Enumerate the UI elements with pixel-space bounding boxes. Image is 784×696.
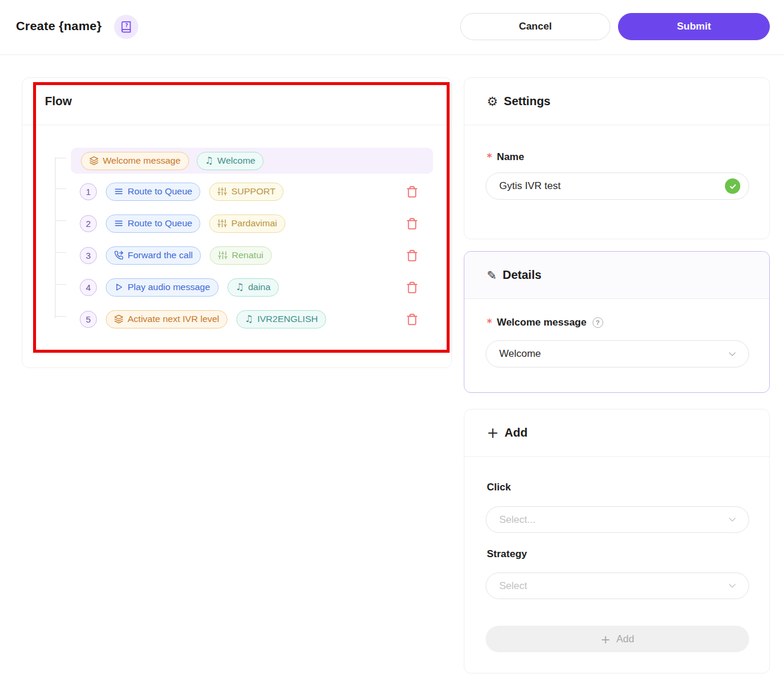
flow-step-row[interactable]: 1 Route to Queue SUPPORT bbox=[80, 178, 433, 204]
strategy-label: Strategy bbox=[487, 548, 527, 560]
add-header: + Add bbox=[464, 409, 769, 457]
action-label: Play audio message bbox=[128, 282, 210, 292]
target-pill[interactable]: SUPPORT bbox=[209, 183, 284, 201]
target-label: SUPPORT bbox=[231, 186, 275, 197]
phone-forward-icon bbox=[114, 251, 123, 260]
target-pill[interactable]: ♫ IVR2ENGLISH bbox=[236, 310, 326, 329]
flow-card-header: Flow bbox=[22, 78, 451, 125]
select-placeholder: Select bbox=[486, 580, 727, 592]
tree-tick bbox=[55, 284, 66, 285]
help-button[interactable]: ? bbox=[114, 15, 138, 39]
svg-text:?: ? bbox=[125, 22, 128, 28]
gear-icon: ⚙ bbox=[487, 95, 498, 109]
settings-title: Settings bbox=[504, 95, 551, 108]
plus-icon: + bbox=[600, 632, 610, 646]
action-pill[interactable]: Forward the call bbox=[106, 246, 201, 265]
layers-icon bbox=[114, 314, 123, 324]
flow-row-welcome[interactable]: Welcome message ♫ Welcome bbox=[71, 148, 433, 174]
page-title: Create {name} bbox=[16, 19, 102, 33]
strategy-select[interactable]: Select bbox=[486, 573, 749, 599]
action-label: Route to Queue bbox=[128, 186, 192, 197]
flow-step-row[interactable]: 5 Activate next IVR level ♫ IVR2ENGLISH bbox=[80, 306, 433, 332]
details-header: ✎ Details bbox=[464, 252, 769, 299]
click-label: Click bbox=[487, 482, 511, 493]
tree-tick bbox=[55, 316, 66, 317]
sliders-icon bbox=[218, 251, 227, 260]
flow-title: Flow bbox=[45, 95, 72, 108]
valid-check-icon bbox=[725, 178, 740, 194]
welcome-message-select[interactable]: Welcome bbox=[486, 340, 749, 367]
tree-vertical-line bbox=[55, 157, 56, 318]
menu-lines-icon bbox=[114, 219, 123, 228]
step-number: 1 bbox=[80, 183, 97, 200]
target-label: Welcome bbox=[217, 155, 255, 166]
target-label: Renatui bbox=[232, 250, 263, 261]
action-label: Activate next IVR level bbox=[128, 314, 219, 324]
target-label: IVR2ENGLISH bbox=[257, 314, 318, 324]
name-label: * Name bbox=[487, 151, 524, 163]
trash-icon bbox=[406, 249, 419, 262]
delete-step-button[interactable] bbox=[406, 281, 419, 294]
name-input[interactable] bbox=[486, 180, 725, 192]
help-book-icon: ? bbox=[120, 21, 132, 33]
delete-step-button[interactable] bbox=[406, 249, 419, 262]
target-pill[interactable]: ♫ Welcome bbox=[197, 152, 264, 170]
target-label: Pardavimai bbox=[231, 218, 277, 229]
add-title: Add bbox=[505, 426, 528, 440]
delete-step-button[interactable] bbox=[406, 217, 419, 230]
cancel-button[interactable]: Cancel bbox=[460, 13, 610, 40]
settings-card: ⚙ Settings * Name bbox=[464, 77, 770, 239]
flow-step-row[interactable]: 3 Forward the call Renatui bbox=[80, 242, 433, 268]
music-note-icon: ♫ bbox=[205, 156, 213, 165]
target-pill[interactable]: Pardavimai bbox=[209, 214, 285, 233]
music-note-icon: ♫ bbox=[236, 282, 244, 292]
settings-header: ⚙ Settings bbox=[464, 78, 769, 125]
target-pill[interactable]: ♫ daina bbox=[227, 278, 279, 297]
music-note-icon: ♫ bbox=[245, 314, 253, 324]
step-number: 2 bbox=[80, 215, 97, 232]
layers-icon bbox=[89, 156, 99, 165]
trash-icon bbox=[406, 281, 419, 294]
tree-tick bbox=[55, 220, 66, 221]
page-header: Create {name} ? Cancel Submit bbox=[0, 0, 784, 55]
action-label: Welcome message bbox=[103, 155, 181, 166]
action-label: Route to Queue bbox=[128, 218, 192, 229]
tree-tick bbox=[55, 188, 66, 189]
click-select[interactable]: Select... bbox=[486, 506, 749, 533]
add-card: + Add Click Select... Strategy Select bbox=[464, 409, 770, 674]
pencil-icon: ✎ bbox=[487, 268, 497, 282]
action-label: Forward the call bbox=[128, 250, 193, 261]
delete-step-button[interactable] bbox=[406, 313, 419, 326]
step-number: 3 bbox=[80, 247, 97, 264]
trash-icon bbox=[406, 313, 419, 326]
create-ivr-page: Create {name} ? Cancel Submit Flow bbox=[0, 0, 784, 696]
chevron-down-icon bbox=[727, 580, 738, 591]
action-pill[interactable]: Route to Queue bbox=[106, 214, 200, 233]
welcome-message-label: * Welcome message ? bbox=[487, 317, 603, 329]
required-asterisk: * bbox=[487, 151, 492, 163]
selected-value: Welcome bbox=[486, 348, 727, 360]
action-pill[interactable]: Route to Queue bbox=[106, 183, 200, 201]
action-pill[interactable]: Welcome message bbox=[81, 152, 189, 170]
select-placeholder: Select... bbox=[486, 514, 727, 526]
flow-step-row[interactable]: 2 Route to Queue Pardavimai bbox=[80, 210, 433, 236]
delete-step-button[interactable] bbox=[406, 185, 419, 198]
menu-lines-icon bbox=[114, 187, 123, 196]
details-card: ✎ Details * Welcome message ? Welcome bbox=[464, 251, 770, 393]
add-step-button[interactable]: + Add bbox=[486, 626, 749, 652]
trash-icon bbox=[406, 217, 419, 230]
target-pill[interactable]: Renatui bbox=[210, 246, 271, 265]
action-pill[interactable]: Play audio message bbox=[106, 278, 219, 297]
required-asterisk: * bbox=[487, 317, 492, 329]
sliders-icon bbox=[217, 219, 227, 228]
chevron-down-icon bbox=[727, 349, 738, 360]
submit-button[interactable]: Submit bbox=[618, 13, 770, 40]
step-number: 4 bbox=[80, 279, 97, 296]
flow-step-row[interactable]: 4 Play audio message ♫ daina bbox=[80, 274, 433, 300]
tree-tick bbox=[55, 252, 66, 253]
question-circle-icon[interactable]: ? bbox=[593, 317, 603, 328]
tree-tick bbox=[55, 158, 66, 158]
details-title: Details bbox=[503, 268, 542, 282]
action-pill[interactable]: Activate next IVR level bbox=[106, 310, 227, 329]
chevron-down-icon bbox=[727, 514, 738, 525]
